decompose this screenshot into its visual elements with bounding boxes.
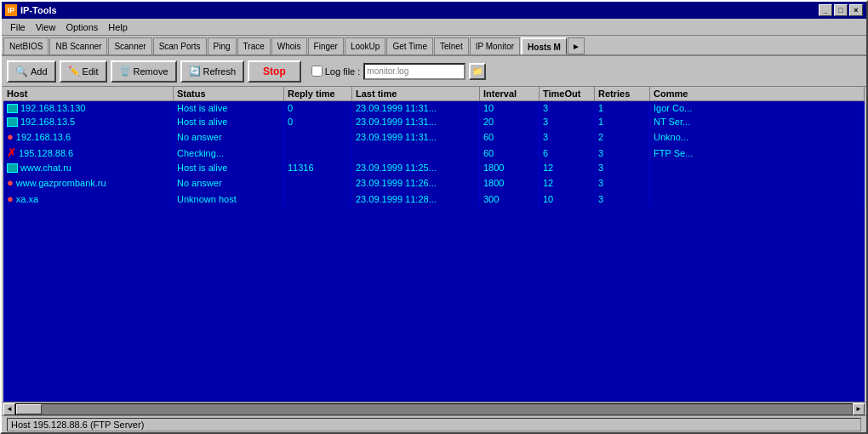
horizontal-scrollbar[interactable]: ◄ ►: [2, 402, 866, 415]
edit-icon: ✏️: [68, 66, 80, 77]
status-text: Host 195.128.88.6 (FTP Server): [7, 418, 861, 431]
td-timeout: 3: [540, 128, 595, 145]
tab-gettime[interactable]: Get Time: [386, 37, 433, 54]
remove-icon: 🗑️: [119, 66, 131, 77]
td-timeout: 12: [540, 161, 595, 174]
td-status: Host is alive: [174, 101, 284, 115]
th-replytime: Reply time: [284, 87, 352, 100]
tab-ipmonitor[interactable]: IP Monitor: [470, 37, 520, 54]
menu-file[interactable]: File: [5, 21, 31, 33]
logfile-checkbox[interactable]: [311, 66, 323, 77]
td-status: Unknown host: [174, 191, 284, 207]
table-body: 192.168.13.130 Host is alive 0 23.09.199…: [3, 101, 865, 402]
td-lasttime: 23.09.1999 11:31...: [352, 101, 480, 115]
tab-lookup[interactable]: LookUp: [345, 37, 385, 54]
maximize-button[interactable]: □: [834, 4, 848, 16]
th-timeout: TimeOut: [540, 87, 595, 100]
remove-button[interactable]: 🗑️ Remove: [111, 60, 177, 83]
th-lasttime: Last time: [352, 87, 480, 100]
red-circle-icon: ●: [7, 192, 14, 205]
menu-bar: File View Options Help: [2, 19, 866, 36]
td-lasttime: 23.09.1999 11:31...: [352, 115, 480, 128]
td-status: Host is alive: [174, 161, 284, 174]
refresh-button[interactable]: 🔄 Refresh: [180, 60, 245, 83]
td-replytime: 0: [284, 101, 352, 115]
table-container: Host Status Reply time Last time Interva…: [3, 87, 865, 402]
table-row[interactable]: 192.168.13.5 Host is alive 0 23.09.1999 …: [3, 115, 865, 128]
td-comment: NT Ser...: [650, 115, 865, 128]
td-host: ●192.168.13.6: [3, 128, 174, 145]
td-interval: 60: [480, 128, 540, 145]
td-interval: 300: [480, 191, 540, 207]
logfile-input[interactable]: [363, 63, 465, 80]
scroll-left-arrow[interactable]: ◄: [3, 403, 15, 415]
tab-whois[interactable]: Whois: [271, 37, 307, 54]
td-timeout: 10: [540, 191, 595, 207]
edit-button[interactable]: ✏️ Edit: [60, 60, 107, 83]
remove-label: Remove: [134, 66, 168, 77]
tab-nbscanner[interactable]: NB Scanner: [49, 37, 107, 54]
th-retries: Retries: [595, 87, 650, 100]
td-interval: 10: [480, 101, 540, 115]
title-bar: IP IP-Tools _ □ ×: [2, 2, 866, 19]
tab-hostsm[interactable]: Hosts M: [521, 37, 567, 54]
logfile-checkbox-label: Log file :: [311, 66, 361, 77]
td-interval: 60: [480, 145, 540, 161]
tab-ping[interactable]: Ping: [208, 37, 237, 54]
stop-button[interactable]: Stop: [248, 60, 301, 83]
td-retries: 1: [595, 115, 650, 128]
td-host: ✗195.128.88.6: [3, 145, 174, 161]
close-button[interactable]: ×: [849, 4, 863, 16]
scroll-track[interactable]: [15, 403, 853, 415]
logfile-browse-button[interactable]: 📁: [469, 63, 486, 80]
td-comment: FTP Se...: [650, 145, 865, 161]
td-interval: 1800: [480, 161, 540, 174]
td-retries: 3: [595, 191, 650, 207]
table-row[interactable]: ●192.168.13.6 No answer 23.09.1999 11:31…: [3, 128, 865, 145]
td-lasttime: [352, 145, 480, 161]
td-comment: [650, 161, 865, 174]
scroll-thumb[interactable]: [16, 404, 42, 414]
table-row[interactable]: www.chat.ru Host is alive 11316 23.09.19…: [3, 161, 865, 174]
menu-help[interactable]: Help: [103, 21, 133, 33]
td-host: www.chat.ru: [3, 161, 174, 174]
add-icon: 🔍: [15, 66, 28, 77]
add-label: Add: [31, 66, 48, 77]
tab-netbios[interactable]: NetBIOS: [3, 37, 49, 54]
tab-telnet[interactable]: Telnet: [434, 37, 469, 54]
stop-label: Stop: [263, 66, 286, 77]
td-timeout: 6: [540, 145, 595, 161]
td-timeout: 3: [540, 101, 595, 115]
scroll-right-arrow[interactable]: ►: [853, 403, 865, 415]
td-interval: 1800: [480, 174, 540, 191]
red-circle-icon: ●: [7, 130, 14, 143]
table-row[interactable]: ●xa.xa Unknown host 23.09.1999 11:28... …: [3, 191, 865, 207]
menu-view[interactable]: View: [31, 21, 61, 33]
main-window: IP IP-Tools _ □ × File View Options Help…: [0, 0, 868, 434]
tab-trace[interactable]: Trace: [237, 37, 271, 54]
minimize-button[interactable]: _: [819, 4, 832, 16]
log-section: Log file : 📁: [311, 63, 487, 80]
edit-label: Edit: [83, 66, 99, 77]
td-lasttime: 23.09.1999 11:26...: [352, 174, 480, 191]
table-row[interactable]: ●www.gazprombank.ru No answer 23.09.1999…: [3, 174, 865, 191]
td-status: Checking...: [174, 145, 284, 161]
toolbar: 🔍 Add ✏️ Edit 🗑️ Remove 🔄 Refresh Stop L…: [2, 56, 866, 87]
tab-scanner[interactable]: Scanner: [108, 37, 151, 54]
monitor-icon: [7, 117, 18, 127]
th-status: Status: [174, 87, 284, 100]
table-row[interactable]: 192.168.13.130 Host is alive 0 23.09.199…: [3, 101, 865, 115]
td-comment: Igor Co...: [650, 101, 865, 115]
tab-scanports[interactable]: Scan Ports: [153, 37, 207, 54]
add-button[interactable]: 🔍 Add: [7, 60, 56, 83]
td-host: ●www.gazprombank.ru: [3, 174, 174, 191]
window-title: IP-Tools: [20, 5, 57, 15]
tab-scroll-right[interactable]: ►: [568, 37, 585, 54]
red-x-icon: ✗: [7, 146, 16, 159]
tab-finger[interactable]: Finger: [308, 37, 344, 54]
table-row[interactable]: ✗195.128.88.6 Checking... 60 6 3 FTP Se.…: [3, 145, 865, 161]
th-host: Host: [3, 87, 174, 100]
menu-options[interactable]: Options: [60, 21, 103, 33]
td-host: 192.168.13.5: [3, 115, 174, 128]
td-retries: 3: [595, 145, 650, 161]
